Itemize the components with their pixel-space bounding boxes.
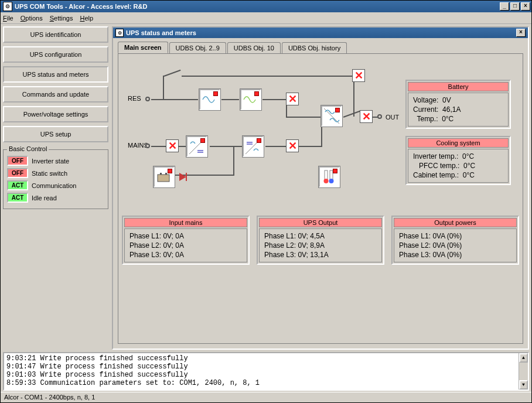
cooling-pfcc-value: 0°C [463, 162, 475, 170]
btn-ups-status-meters[interactable]: UPS status and meters [3, 66, 108, 83]
bc-comm-label: Communication [32, 182, 76, 189]
svg-marker-6 [179, 173, 186, 181]
basic-control-group: Basic Control OFF Inverter state OFF Sta… [3, 149, 108, 209]
log-scrollbar[interactable]: ▲ ▼ [519, 353, 528, 390]
bc-idle-read[interactable]: ACT Idle read [7, 193, 104, 203]
log-panel: 9:03:21 Write process finished successfu… [3, 352, 529, 391]
menubar: File Options Settings Help [1, 12, 531, 24]
tab-udbs-2-9[interactable]: UDBS Obj. 2..9 [169, 42, 226, 54]
subwindow-close-button[interactable]: × [516, 29, 526, 37]
close-button[interactable]: × [521, 2, 530, 11]
block-battery[interactable] [154, 166, 175, 187]
minimize-button[interactable]: _ [500, 2, 509, 11]
battery-temp-value: 0°C [442, 115, 453, 123]
bc-idle-badge: ACT [7, 193, 28, 203]
battery-panel-title: Battery [408, 82, 509, 91]
label-out: OUT [386, 114, 399, 121]
svg-rect-4 [160, 173, 162, 175]
block-res-inverter1[interactable] [199, 89, 220, 110]
block-diode [177, 166, 190, 187]
tab-main-screen[interactable]: Main screen [118, 42, 168, 53]
menu-help[interactable]: Help [80, 15, 93, 22]
ups-output-l1: Phase L1: 0V; 4,5A [264, 231, 377, 241]
bc-inverter-badge: OFF [7, 156, 28, 166]
bc-inverter-state[interactable]: OFF Inverter state [7, 156, 104, 166]
svg-rect-8 [325, 170, 328, 180]
main-panel: ⚙ UPS status and meters × Main screen UD… [112, 26, 529, 350]
menu-options[interactable]: Options [21, 15, 43, 22]
output-powers-l3: Phase L3: 0VA (0%) [399, 250, 511, 259]
input-mains-l3: Phase L3: 0V; 0A [129, 250, 242, 259]
terminal-mains [145, 144, 150, 148]
cooling-panel-title: Cooling system [408, 138, 509, 148]
window-title: UPS COM Tools - Alcor - Access level: R&… [15, 3, 147, 10]
btn-ups-configuration[interactable]: UPS configuration [3, 46, 108, 63]
btn-commands-update[interactable]: Commands and update [3, 86, 108, 103]
output-powers-panel: Output powers Phase L1: 0VA (0%) Phase L… [391, 216, 519, 265]
bc-communication[interactable]: ACT Communication [7, 180, 104, 190]
statusbar: Alcor - COM1 - 2400bps, n, 8, 1 [1, 392, 531, 402]
fault-icon: ✕ [286, 139, 299, 152]
subwindow-title: UPS status and meters [126, 29, 196, 36]
block-static-switch[interactable] [321, 105, 342, 127]
output-powers-l1: Phase L1: 0VA (0%) [399, 231, 511, 241]
terminal-res [145, 97, 150, 101]
block-mains-rectifier1[interactable] [186, 136, 207, 157]
status-text: Alcor - COM1 - 2400bps, n, 8, 1 [4, 394, 95, 401]
block-res-inverter2[interactable] [240, 89, 261, 110]
battery-voltage-value: 0V [442, 96, 451, 104]
block-mains-rectifier2[interactable] [243, 136, 264, 157]
battery-current-value: 46,1A [442, 105, 461, 114]
menu-file[interactable]: File [3, 15, 13, 22]
input-mains-title: Input mains [124, 218, 247, 227]
cooling-pfcc-label: PFCC temp.: [419, 162, 459, 170]
log-line-3: 9:01:03 Write process finished successfu… [6, 371, 188, 379]
cooling-inv-label: Inverter temp.: [413, 152, 458, 160]
tab-body: RES MAINS OUT [118, 53, 523, 344]
scroll-track[interactable] [519, 363, 528, 380]
battery-voltage-label: Voltage: [413, 96, 438, 104]
scroll-up-button[interactable]: ▲ [519, 353, 528, 363]
bc-comm-badge: ACT [7, 180, 28, 190]
btn-ups-identification[interactable]: UPS identification [3, 26, 108, 43]
ups-output-panel: UPS Output Phase L1: 0V; 4,5A Phase L2: … [257, 216, 384, 265]
bc-idle-label: Idle read [32, 194, 57, 202]
btn-ups-setup[interactable]: UPS setup [3, 126, 108, 142]
sidebar: UPS identification UPS configuration UPS… [3, 26, 108, 350]
output-powers-l2: Phase L2: 0VA (0%) [399, 241, 511, 250]
fault-icon: ✕ [352, 69, 365, 82]
label-res: RES [128, 95, 141, 102]
input-mains-l1: Phase L1: 0V; 0A [129, 231, 242, 241]
svg-rect-3 [158, 175, 169, 182]
maximize-button[interactable]: □ [510, 2, 520, 11]
block-thermometer[interactable] [319, 166, 340, 187]
bc-static-badge: OFF [7, 168, 28, 178]
ups-output-l2: Phase L2: 0V; 8,9A [264, 241, 377, 250]
battery-current-label: Current: [413, 105, 438, 114]
subwindow-titlebar: ⚙ UPS status and meters × [113, 28, 528, 38]
svg-point-11 [329, 179, 334, 183]
tab-udbs-history[interactable]: UDBS Obj. history [282, 42, 347, 54]
tab-udbs-10[interactable]: UDBS Obj. 10 [227, 42, 281, 54]
app-icon: ⚙ [3, 2, 12, 11]
window-titlebar: ⚙ UPS COM Tools - Alcor - Access level: … [1, 1, 531, 12]
svg-rect-5 [165, 173, 167, 175]
battery-temp-label: Temp.: [417, 115, 438, 123]
log-line-1: 9:03:21 Write process finished successfu… [6, 354, 188, 363]
cooling-inv-value: 0°C [462, 152, 474, 160]
ups-output-title: UPS Output [259, 218, 382, 227]
tabs: Main screen UDBS Obj. 2..9 UDBS Obj. 10 … [113, 38, 528, 53]
cooling-panel: Cooling system Inverter temp.: 0°C PFCC … [405, 136, 511, 185]
menu-settings[interactable]: Settings [50, 15, 73, 22]
scroll-down-button[interactable]: ▼ [519, 380, 528, 390]
ups-output-l3: Phase L3: 0V; 13,1A [264, 250, 377, 259]
bc-static-label: Static switch [32, 170, 67, 177]
bc-static-switch[interactable]: OFF Static switch [7, 168, 104, 178]
battery-panel: Battery Voltage: 0V Current: 46,1A Temp.… [405, 80, 511, 129]
cooling-cab-value: 0°C [463, 171, 475, 179]
bc-inverter-label: Inverter state [32, 158, 69, 165]
fault-icon: ✕ [360, 110, 373, 123]
btn-power-voltage[interactable]: Power/voltage settings [3, 106, 108, 122]
diode-icon [177, 170, 190, 183]
output-powers-title: Output powers [394, 218, 517, 227]
